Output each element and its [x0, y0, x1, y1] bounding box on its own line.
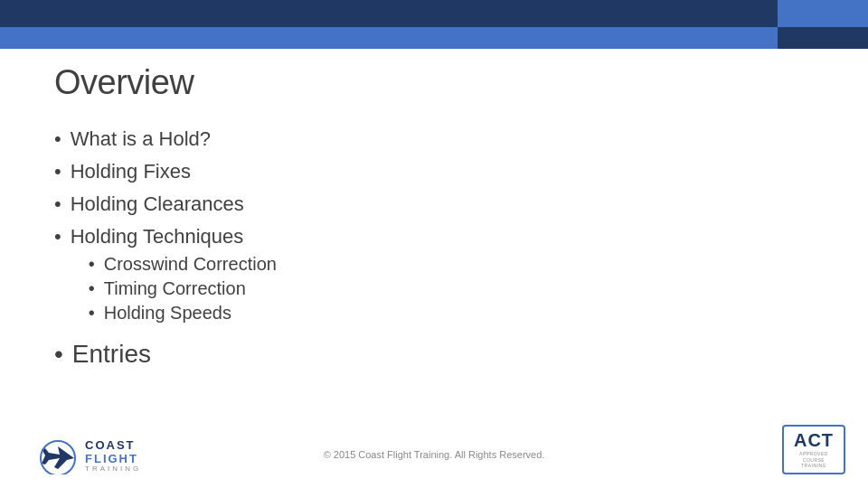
top-bar-light [0, 27, 778, 49]
top-corner-small [778, 27, 868, 49]
act-text: ACT [794, 430, 834, 451]
act-logo: ACT APPROVEDCOURSETRAINING [782, 425, 850, 479]
bullet-entries: Entries [54, 340, 814, 369]
bullet-what-is-hold: What is a Hold? [54, 127, 814, 151]
footer-copyright: © 2015 Coast Flight Training. All Rights… [324, 449, 545, 460]
logo-coast: COAST [85, 439, 141, 452]
logo-flight: FLIGHT [85, 453, 141, 465]
main-content: Overview What is a Hold? Holding Fixes H… [54, 63, 814, 416]
bullet-holding-clearances: Holding Clearances [54, 192, 814, 216]
plane-icon [36, 438, 80, 474]
sub-bullet-list: Crosswind Correction Timing Correction H… [89, 254, 277, 324]
sub-speeds: Holding Speeds [89, 303, 277, 324]
bullet-list: What is a Hold? Holding Fixes Holding Cl… [54, 127, 814, 327]
top-bar-dark [0, 0, 778, 27]
logo-text: COAST FLIGHT TRAINING [85, 439, 141, 473]
act-subtext: APPROVEDCOURSETRAINING [799, 451, 828, 469]
slide-title: Overview [54, 63, 814, 102]
sub-crosswind: Crosswind Correction [89, 254, 277, 275]
coast-flight-logo: COAST FLIGHT TRAINING [36, 438, 141, 474]
bullet-holding-fixes: Holding Fixes [54, 160, 814, 183]
bullet-holding-techniques: Holding Techniques Crosswind Correction … [54, 225, 814, 327]
logo-training: TRAINING [85, 465, 141, 474]
sub-timing: Timing Correction [89, 278, 277, 299]
top-banner [0, 0, 868, 49]
act-logo-box: ACT APPROVEDCOURSETRAINING [782, 425, 845, 474]
